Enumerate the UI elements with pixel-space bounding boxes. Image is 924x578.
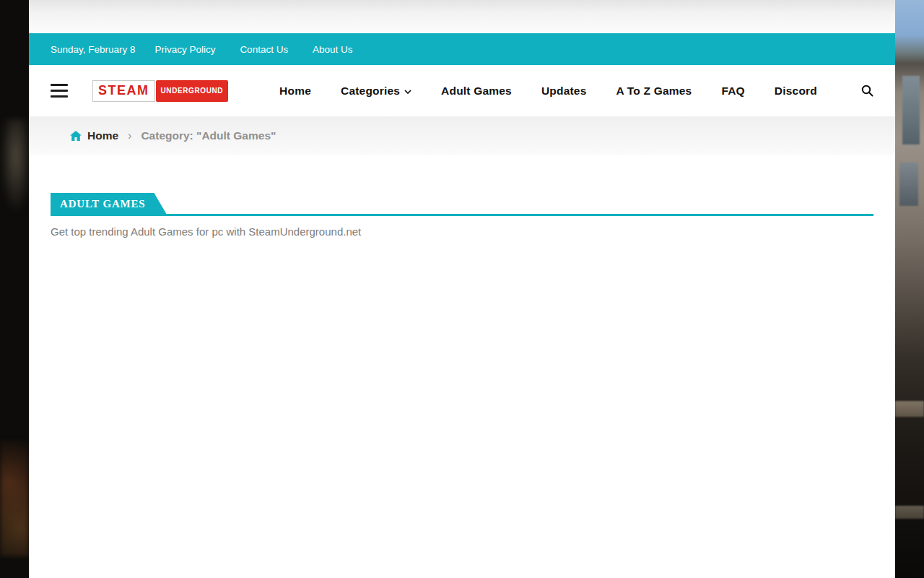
topbar-link-privacy-policy[interactable]: Privacy Policy bbox=[155, 44, 216, 55]
top-spacer bbox=[29, 0, 895, 33]
category-description: Get top trending Adult Games for pc with… bbox=[51, 225, 873, 238]
logo-steam-text: STEAM bbox=[92, 80, 155, 102]
main-content: ADULT GAMES Get top trending Adult Games… bbox=[29, 155, 895, 578]
background-art-right bbox=[895, 0, 924, 578]
breadcrumb-home-label: Home bbox=[87, 129, 118, 142]
nav-discord[interactable]: Discord bbox=[775, 85, 817, 98]
page-container: Sunday, February 8 Privacy Policy Contac… bbox=[29, 0, 895, 578]
chevron-down-icon bbox=[404, 90, 411, 94]
nav-updates[interactable]: Updates bbox=[541, 85, 587, 98]
date-text: Sunday, February 8 bbox=[51, 44, 136, 55]
breadcrumb-current: Category: "Adult Games" bbox=[141, 129, 276, 142]
home-icon bbox=[70, 131, 82, 141]
nav-categories-label: Categories bbox=[341, 85, 400, 98]
nav-home[interactable]: Home bbox=[279, 85, 311, 98]
site-header: STEAM UNDERGROUND Home Categories Adult … bbox=[29, 65, 895, 116]
topbar-links: Privacy Policy Contact Us About Us bbox=[155, 44, 375, 55]
logo-underground-text: UNDERGROUND bbox=[156, 80, 229, 102]
main-nav: Home Categories Adult Games Updates A To… bbox=[279, 85, 817, 98]
search-icon bbox=[861, 85, 873, 97]
nav-a-to-z-games[interactable]: A To Z Games bbox=[616, 85, 692, 98]
category-title-banner: ADULT GAMES bbox=[51, 193, 166, 214]
background-art-left bbox=[0, 0, 29, 578]
hamburger-icon bbox=[51, 84, 68, 86]
breadcrumb-home-link[interactable]: Home bbox=[70, 129, 118, 142]
nav-categories[interactable]: Categories bbox=[341, 85, 411, 98]
breadcrumb: Home › Category: "Adult Games" bbox=[29, 116, 895, 155]
category-section-header: ADULT GAMES bbox=[51, 193, 873, 216]
topbar-link-about-us[interactable]: About Us bbox=[313, 44, 353, 55]
search-button[interactable] bbox=[861, 85, 873, 97]
nav-faq[interactable]: FAQ bbox=[721, 85, 744, 98]
topbar-link-contact-us[interactable]: Contact Us bbox=[240, 44, 288, 55]
menu-toggle-button[interactable] bbox=[51, 84, 68, 98]
site-logo[interactable]: STEAM UNDERGROUND bbox=[92, 80, 228, 102]
breadcrumb-separator: › bbox=[128, 129, 131, 142]
nav-adult-games[interactable]: Adult Games bbox=[441, 85, 512, 98]
topbar: Sunday, February 8 Privacy Policy Contac… bbox=[29, 33, 895, 65]
category-title: ADULT GAMES bbox=[60, 198, 145, 210]
